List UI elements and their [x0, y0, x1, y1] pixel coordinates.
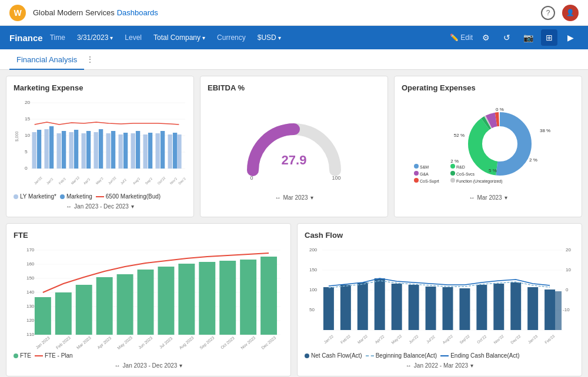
svg-rect-102: [260, 257, 277, 335]
svg-text:2 %: 2 %: [450, 159, 459, 164]
svg-point-58: [483, 127, 516, 160]
beginning-balance-line: [366, 355, 374, 356]
ebitda-card: EBITDA % 27.9 0 100 ↔ Mar 2023 ▾: [200, 76, 388, 217]
svg-rect-13: [45, 129, 49, 169]
ebitda-range-selector[interactable]: ↔ Mar 2023 ▾: [208, 194, 380, 201]
svg-rect-128: [323, 287, 334, 330]
toolbar-right: ✏️ Edit ⚙ ↺ 📷 ⊞ ▶: [450, 29, 579, 46]
level-label: Level: [125, 33, 142, 42]
svg-text:160: 160: [26, 261, 35, 267]
range-chevron: ▾: [470, 362, 473, 369]
svg-rect-28: [136, 131, 140, 169]
svg-rect-129: [340, 285, 351, 330]
svg-text:100: 100: [332, 175, 340, 181]
legend-marketing: Marketing: [60, 193, 92, 200]
currency-chevron: ▾: [278, 35, 281, 41]
cashflow-chart: 200 150 100 50 20 10 0 -10: [305, 244, 574, 350]
fte-range-selector[interactable]: ↔ Jan 2023 - Dec 2023 ▾: [14, 362, 283, 369]
fte-plan-line: [35, 355, 43, 356]
svg-text:Oct 2023: Oct 2023: [220, 336, 235, 350]
svg-text:Mar'22: Mar'22: [357, 334, 369, 344]
svg-rect-139: [510, 282, 521, 330]
svg-rect-131: [375, 278, 385, 330]
svg-rect-98: [178, 264, 195, 335]
svg-rect-26: [123, 133, 128, 169]
svg-rect-31: [156, 133, 160, 169]
fte-chart: 170 160 150 140 130 120 110: [14, 244, 283, 350]
svg-text:Dec 2023: Dec 2023: [260, 335, 276, 350]
tab-financial-analysis[interactable]: Financial Analysis: [9, 49, 84, 70]
grid-icon-btn[interactable]: ⊞: [541, 29, 557, 46]
time-value[interactable]: 3/31/2023 ▾: [77, 33, 113, 42]
svg-text:Apr 2023: Apr 2023: [96, 336, 112, 350]
operating-expenses-title: Operating Expenses: [402, 83, 574, 92]
svg-text:10: 10: [25, 133, 31, 138]
fte-title: FTE: [14, 231, 283, 240]
svg-text:27.9: 27.9: [282, 153, 307, 167]
edit-button[interactable]: ✏️ Edit: [450, 33, 473, 42]
time-chevron: ▾: [110, 35, 113, 41]
svg-text:140: 140: [26, 290, 35, 295]
svg-text:Jun 2023: Jun 2023: [138, 336, 153, 350]
operating-range-selector[interactable]: ↔ Mar 2023 ▾: [402, 194, 574, 201]
range-icon: ↔: [275, 194, 280, 201]
operating-expenses-donut: 0 % 38 % 2 % 5 % 2 % 52 % S&M G&A CoS-Su…: [402, 97, 574, 191]
marketing-range-selector[interactable]: ↔ Jan 2023 - Dec 2023 ▾: [14, 203, 186, 210]
ending-balance-line: [440, 355, 449, 356]
nav-right-actions: ? 👤: [541, 5, 579, 21]
svg-rect-93: [76, 285, 92, 335]
svg-text:Nov'22: Nov'22: [493, 334, 505, 344]
currency-label: Currency: [217, 33, 246, 42]
svg-text:Jul'2: Jul'2: [120, 178, 128, 185]
legend-fte-plan: FTE - Plan: [35, 352, 73, 359]
cashflow-card: Cash Flow 200 150 100 50 20 10 0 -10: [297, 223, 582, 376]
svg-rect-12: [37, 130, 41, 169]
avatar[interactable]: 👤: [562, 5, 579, 21]
camera-icon-btn[interactable]: 📷: [520, 29, 536, 46]
fte-dot: [14, 354, 18, 358]
legend-fte: FTE: [14, 352, 31, 359]
tab-options-icon[interactable]: ⋮: [86, 55, 93, 63]
svg-rect-135: [442, 287, 453, 330]
svg-text:Dec'22: Dec'22: [510, 334, 522, 344]
svg-text:0: 0: [250, 175, 253, 181]
finance-toolbar: Finance Time 3/31/2023 ▾ Level Total Com…: [0, 26, 588, 49]
svg-rect-18: [74, 130, 78, 169]
svg-rect-20: [86, 131, 91, 169]
cashflow-range-selector[interactable]: ↔ Jan 2022 - Mar 2023 ▾: [305, 362, 574, 369]
svg-text:Sep'22: Sep'22: [459, 334, 471, 345]
svg-rect-137: [476, 285, 487, 330]
ebitda-gauge: 27.9 0 100: [208, 97, 380, 191]
svg-text:Feb'2: Feb'2: [58, 177, 66, 185]
svg-rect-132: [392, 284, 402, 330]
legend-net-cashflow: Net Cash Flow(Act): [305, 352, 362, 359]
video-icon-btn[interactable]: ▶: [562, 29, 579, 46]
refresh-icon-btn[interactable]: ↺: [499, 29, 515, 46]
svg-rect-17: [69, 132, 74, 169]
svg-point-65: [414, 164, 419, 169]
svg-text:120: 120: [26, 318, 35, 323]
svg-rect-95: [117, 274, 133, 335]
svg-text:May'22: May'22: [390, 334, 403, 345]
svg-point-75: [450, 178, 455, 183]
svg-text:Jun'22: Jun'22: [408, 334, 419, 345]
bottom-row: FTE 170 160 150 140 130 120 110: [6, 223, 582, 376]
range-chevron: ▾: [505, 194, 507, 201]
svg-rect-91: [35, 297, 51, 335]
svg-rect-140: [527, 287, 538, 330]
help-icon[interactable]: ?: [541, 6, 555, 20]
svg-text:Jun'22: Jun'22: [108, 176, 117, 185]
dashboards-link[interactable]: Dashboards: [117, 8, 158, 17]
svg-text:Feb 2023: Feb 2023: [55, 335, 71, 349]
level-value[interactable]: Total Company ▾: [153, 33, 205, 42]
svg-text:38 %: 38 %: [540, 128, 550, 133]
svg-text:2 %: 2 %: [529, 157, 537, 163]
svg-rect-29: [143, 134, 148, 169]
range-icon: ↔: [115, 362, 121, 369]
svg-text:May 2023: May 2023: [116, 335, 133, 350]
svg-text:Aug'22: Aug'22: [442, 334, 454, 345]
svg-text:Feb'22: Feb'22: [340, 334, 352, 344]
filter-icon-btn[interactable]: ⚙: [477, 29, 494, 46]
currency-value[interactable]: $USD ▾: [258, 33, 281, 42]
svg-rect-24: [111, 131, 115, 169]
